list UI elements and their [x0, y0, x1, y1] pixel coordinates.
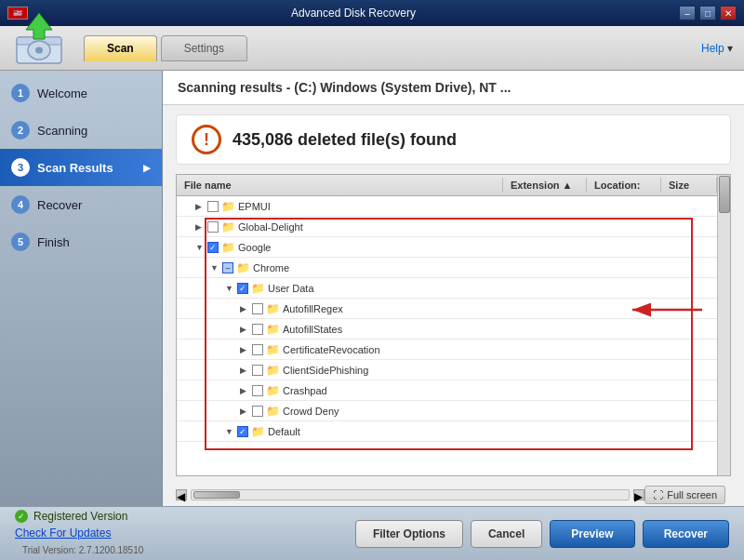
- col-filename: File name: [177, 178, 503, 193]
- sidebar-num-3: 3: [11, 158, 30, 177]
- action-buttons: Filter Options Cancel Preview Recover: [355, 520, 729, 548]
- update-link[interactable]: Check For Updates: [15, 527, 151, 540]
- folder-icon: 📁: [251, 282, 265, 295]
- row-checkbox[interactable]: [252, 406, 263, 417]
- loc-cell: [600, 409, 674, 413]
- h-scroll-thumb[interactable]: [193, 491, 240, 499]
- file-name: Crowd Deny: [283, 406, 339, 417]
- ext-cell: [516, 389, 600, 393]
- folder-icon: 📁: [266, 302, 280, 315]
- horizontal-scrollbar[interactable]: [191, 489, 630, 500]
- filter-options-button[interactable]: Filter Options: [355, 520, 463, 548]
- row-checkbox[interactable]: [207, 221, 219, 233]
- sidebar-item-scan-results[interactable]: 3 Scan Results ▶: [0, 149, 162, 186]
- row-checkbox[interactable]: [207, 201, 219, 212]
- row-checkbox[interactable]: [252, 365, 263, 376]
- folder-icon: 📁: [266, 343, 280, 356]
- folder-icon: 📁: [221, 220, 235, 233]
- loc-cell: [600, 266, 674, 270]
- file-name-cell: ▶ 📁 Global-Delight: [177, 219, 516, 235]
- file-name-cell: ▶ 📁 Crashpad: [177, 382, 516, 399]
- expand-icon[interactable]: ▶: [240, 366, 249, 375]
- file-name-cell: ▼ ✓ 📁 User Data: [177, 280, 516, 297]
- window-controls: – □ ✕: [679, 6, 737, 20]
- preview-button[interactable]: Preview: [550, 520, 634, 548]
- row-checkbox[interactable]: –: [222, 262, 233, 273]
- folder-icon: 📁: [251, 425, 265, 438]
- sidebar-item-welcome[interactable]: 1 Welcome: [0, 74, 162, 112]
- expand-icon[interactable]: ▶: [240, 304, 249, 313]
- row-checkbox[interactable]: ✓: [237, 283, 248, 294]
- file-name: CertificateRevocation: [283, 344, 380, 355]
- menu-tabs: Scan Settings: [84, 35, 247, 61]
- folder-icon: 📁: [266, 323, 280, 336]
- row-checkbox[interactable]: [252, 344, 263, 355]
- ext-cell: [516, 327, 600, 331]
- sidebar-item-scanning[interactable]: 2 Scanning: [0, 112, 162, 149]
- cancel-button[interactable]: Cancel: [471, 520, 542, 548]
- sidebar-item-finish[interactable]: 5 Finish: [0, 223, 162, 260]
- exclamation-icon: !: [192, 125, 221, 154]
- vertical-scrollbar[interactable]: [717, 175, 730, 475]
- close-button[interactable]: ✕: [720, 6, 737, 20]
- expand-icon[interactable]: ▶: [195, 222, 205, 232]
- recover-button[interactable]: Recover: [643, 520, 729, 548]
- sidebar-item-recover[interactable]: 4 Recover: [0, 186, 162, 223]
- file-name-cell: ▶ 📁 ClientSidePhishing: [177, 362, 516, 379]
- expand-icon[interactable]: ▶: [240, 345, 249, 354]
- loc-cell: [600, 327, 674, 331]
- registered-icon: ✓: [15, 510, 28, 523]
- row-checkbox[interactable]: ✓: [237, 426, 248, 437]
- row-checkbox[interactable]: [252, 385, 263, 396]
- file-name-cell: ▶ 📁 Crowd Deny: [177, 403, 516, 420]
- table-row: ▶ 📁 AutofillStates: [177, 319, 730, 340]
- file-name: ClientSidePhishing: [283, 365, 368, 376]
- file-name-cell: ▶ 📁 AutofillStates: [177, 321, 516, 338]
- expand-icon[interactable]: ▼: [210, 263, 219, 273]
- settings-tab[interactable]: Settings: [161, 35, 247, 61]
- sidebar-label-scan-results: Scan Results: [37, 161, 113, 175]
- table-row: ▶ 📁 Crowd Deny: [177, 401, 730, 421]
- file-name: Google: [238, 242, 271, 253]
- minimize-button[interactable]: –: [679, 6, 696, 20]
- sidebar-num-4: 4: [11, 195, 30, 214]
- status-area: ✓ Registered Version Check For Updates T…: [15, 510, 151, 557]
- folder-icon: 📁: [266, 384, 280, 397]
- file-name-cell: ▼ ✓ 📁 Default: [177, 423, 516, 440]
- sidebar-label-welcome: Welcome: [37, 87, 87, 100]
- sidebar-label-finish: Finish: [37, 235, 70, 249]
- registered-status: ✓ Registered Version: [15, 510, 151, 523]
- ext-cell: [516, 368, 600, 372]
- h-scroll-right[interactable]: ▶: [633, 489, 644, 500]
- col-size: Size: [661, 178, 717, 193]
- maximize-button[interactable]: □: [699, 6, 716, 20]
- expand-icon[interactable]: ▶: [240, 407, 249, 416]
- expand-icon[interactable]: ▶: [240, 325, 249, 334]
- file-name-cell: ▼ ✓ 📁 Google: [177, 239, 516, 256]
- svg-point-3: [35, 47, 43, 54]
- table-row: ▶ 📁 EPMUI: [177, 196, 730, 217]
- file-name: AutofillRegex: [283, 303, 343, 314]
- expand-icon[interactable]: ▼: [225, 427, 234, 436]
- expand-icon[interactable]: ▼: [225, 284, 234, 293]
- content-area: Scanning results - (C:) Windows (System …: [163, 71, 744, 506]
- scan-tab[interactable]: Scan: [84, 35, 157, 61]
- row-checkbox[interactable]: [252, 324, 263, 335]
- expand-icon[interactable]: ▶: [195, 202, 205, 211]
- scroll-thumb[interactable]: [719, 176, 730, 213]
- file-name: Chrome: [253, 262, 289, 273]
- table-row: ▼ ✓ 📁 User Data: [177, 278, 730, 299]
- fullscreen-icon: ⛶: [653, 489, 663, 500]
- fullscreen-button[interactable]: ⛶ Full screen: [644, 486, 725, 504]
- row-checkbox[interactable]: ✓: [207, 242, 219, 253]
- content-header: Scanning results - (C:) Windows (System …: [163, 71, 744, 105]
- expand-icon[interactable]: ▶: [240, 386, 249, 395]
- row-checkbox[interactable]: [252, 303, 263, 314]
- loc-cell: [600, 307, 674, 311]
- expand-icon[interactable]: ▼: [195, 243, 205, 252]
- table-row: ▶ 📁 CertificateRevocation: [177, 340, 730, 360]
- h-scroll-left[interactable]: ◀: [176, 489, 187, 500]
- ext-cell: [516, 307, 600, 311]
- file-name: EPMUI: [238, 201, 271, 212]
- help-button[interactable]: Help ▾: [701, 42, 733, 55]
